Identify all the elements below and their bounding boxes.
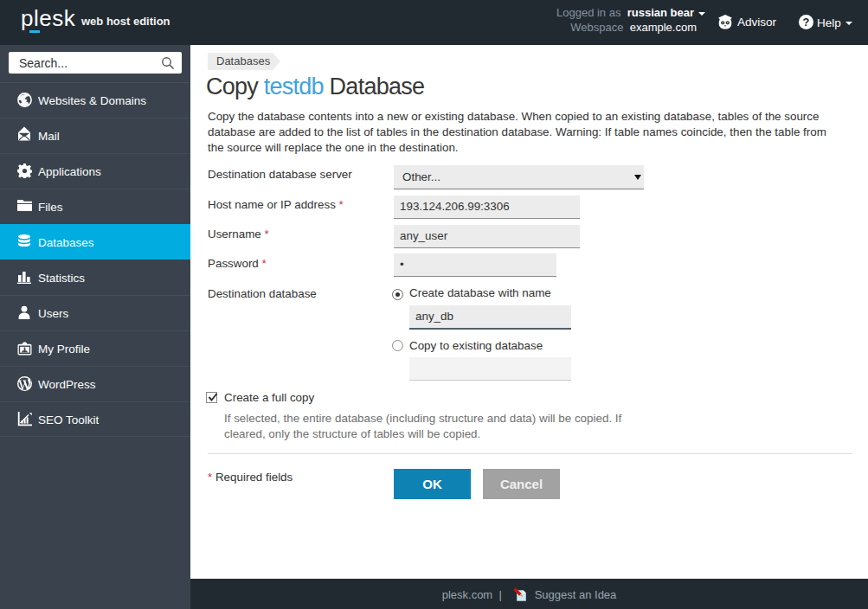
svg-text:?: ? bbox=[803, 16, 810, 29]
